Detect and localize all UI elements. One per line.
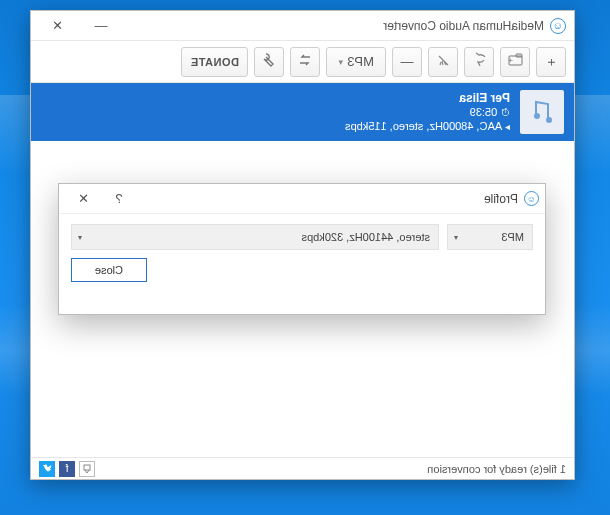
app-icon: ☺ xyxy=(550,18,566,34)
wrench-icon xyxy=(261,52,277,71)
format-dropdown[interactable]: MP3 ▾ xyxy=(326,47,386,77)
minus-icon: — xyxy=(401,54,414,69)
dialog-close-x[interactable]: ✕ xyxy=(65,186,101,212)
convert-arrows-icon xyxy=(297,52,313,71)
settings-button[interactable] xyxy=(254,47,284,77)
status-bar: 1 file(s) ready for conversion f xyxy=(31,457,574,479)
convert-button[interactable] xyxy=(290,47,320,77)
updates-icon[interactable] xyxy=(79,461,95,477)
add-folder-button[interactable]: + xyxy=(500,47,530,77)
titlebar: ☺ MediaHuman Audio Converter — ✕ xyxy=(31,11,574,41)
add-file-button[interactable]: ＋ xyxy=(536,47,566,77)
track-info: Per Elisa 05:39 AAC, 48000Hz, stereo, 11… xyxy=(345,91,510,134)
clear-button[interactable] xyxy=(428,47,458,77)
quality-select[interactable]: stereo, 44100Hz, 320kbps ▾ xyxy=(71,224,439,250)
dialog-title: Profile xyxy=(484,192,518,206)
toolbar: ＋ + — MP3 ▾ xyxy=(31,41,574,83)
format-label: MP3 xyxy=(347,54,374,69)
remove-button[interactable]: — xyxy=(392,47,422,77)
close-button-label: Close xyxy=(95,264,123,276)
profile-dialog: ☺ Profile ? ✕ MP3 ▾ stereo, 44100Hz, 320… xyxy=(58,183,546,315)
donate-label: DONATE xyxy=(190,56,239,68)
dialog-help-button[interactable]: ? xyxy=(101,186,137,212)
format-select[interactable]: MP3 ▾ xyxy=(447,224,533,250)
minimize-button[interactable]: — xyxy=(79,12,123,40)
dialog-footer: Close xyxy=(59,258,545,292)
track-row[interactable]: Per Elisa 05:39 AAC, 48000Hz, stereo, 11… xyxy=(31,83,574,141)
album-art xyxy=(520,90,564,134)
svg-rect-5 xyxy=(84,465,90,470)
main-window: ☺ MediaHuman Audio Converter — ✕ ＋ + — xyxy=(30,10,575,480)
chevron-down-icon: ▾ xyxy=(338,57,343,67)
format-select-value: MP3 xyxy=(501,231,524,243)
broom-icon xyxy=(435,52,451,71)
chevron-down-icon: ▾ xyxy=(454,233,458,242)
dialog-close-button[interactable]: Close xyxy=(71,258,147,282)
dialog-body: MP3 ▾ stereo, 44100Hz, 320kbps ▾ xyxy=(59,214,545,258)
track-name: Per Elisa xyxy=(345,91,510,106)
chevron-down-icon: ▾ xyxy=(78,233,82,242)
window-title: MediaHuman Audio Converter xyxy=(383,19,544,33)
svg-point-4 xyxy=(534,113,540,119)
plus-icon: ＋ xyxy=(545,53,558,71)
svg-text:+: + xyxy=(508,56,513,65)
close-button[interactable]: ✕ xyxy=(35,12,79,40)
status-text: 1 file(s) ready for conversion xyxy=(427,463,566,475)
quality-select-value: stereo, 44100Hz, 320kbps xyxy=(302,231,430,243)
track-list: Per Elisa 05:39 AAC, 48000Hz, stereo, 11… xyxy=(31,83,574,141)
dialog-app-icon: ☺ xyxy=(524,191,539,206)
svg-point-3 xyxy=(546,117,552,123)
track-format: AAC, 48000Hz, stereo, 115kbps xyxy=(345,120,510,134)
search-icon xyxy=(471,52,487,71)
folder-plus-icon: + xyxy=(507,53,523,70)
search-button[interactable] xyxy=(464,47,494,77)
dialog-titlebar: ☺ Profile ? ✕ xyxy=(59,184,545,214)
facebook-icon[interactable]: f xyxy=(59,461,75,477)
donate-button[interactable]: DONATE xyxy=(181,47,248,77)
track-duration: 05:39 xyxy=(345,106,510,120)
twitter-icon[interactable] xyxy=(39,461,55,477)
